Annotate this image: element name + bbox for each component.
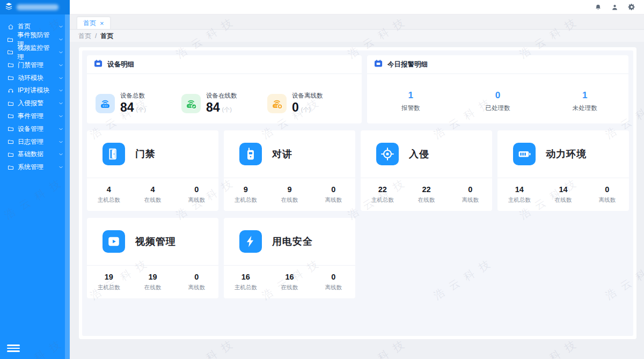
module-stat-label: 在线数	[131, 196, 175, 204]
sidebar-item-6[interactable]: IP对讲模块	[0, 84, 70, 97]
sidebar-item-11[interactable]: 基础数据	[0, 148, 70, 161]
sidebar-menu: 首页事件预防管理视频监控管理门禁管理动环模块IP对讲模块入侵报警事件管理设备管理…	[0, 14, 70, 174]
tab-home[interactable]: 首页 ×	[77, 17, 111, 29]
module-title: 入侵	[409, 148, 429, 160]
module-stat-value: 0	[174, 185, 218, 194]
module-stat: 16主机总数	[224, 273, 268, 291]
module-stat: 19主机总数	[87, 273, 131, 291]
tab-label: 首页	[83, 19, 96, 28]
module-stat: 14主机总数	[497, 185, 541, 204]
module-stats: 16主机总数16在线数0离线数	[224, 266, 355, 291]
alarm-stats: 1报警数0已处理数1未处理数	[367, 74, 628, 112]
module-stat-label: 主机总数	[87, 196, 131, 204]
breadcrumb-separator: /	[95, 32, 97, 40]
module-stat-value: 14	[541, 185, 586, 194]
sidebar-item-10[interactable]: 日志管理	[0, 135, 70, 148]
chevron-down-icon	[58, 152, 63, 157]
folder-icon	[7, 75, 14, 81]
chevron-down-icon	[58, 101, 63, 106]
module-card-header: 对讲	[224, 130, 355, 178]
module-stat: 19在线数	[131, 273, 175, 291]
device-stat-text: 设备在线数84(个)	[206, 92, 237, 115]
target-icon	[376, 143, 399, 165]
main-content: 设备明细 设备总数84(个)设备在线数84(个)设备离线数0(个) 今日报警明细…	[70, 42, 644, 359]
sidebar-item-3[interactable]: 视频监控管理	[0, 46, 70, 59]
module-stat-label: 在线数	[131, 284, 175, 291]
module-stats: 14主机总数14在线数0离线数	[497, 178, 629, 204]
module-stats: 22主机总数22在线数0离线数	[361, 178, 492, 204]
breadcrumb: 首页 / 首页	[70, 30, 644, 42]
module-stat-value: 0	[311, 273, 355, 281]
breadcrumb-item[interactable]: 首页	[78, 32, 91, 41]
folder-icon	[7, 151, 14, 158]
sidebar-item-4[interactable]: 门禁管理	[0, 58, 70, 71]
sidebar-collapse-button[interactable]	[7, 345, 20, 354]
module-stat-label: 离线数	[448, 196, 492, 204]
module-stat: 0离线数	[174, 185, 218, 204]
module-card[interactable]: 视频管理19主机总数19在线数0离线数	[87, 218, 218, 298]
lightning-icon	[239, 230, 262, 253]
folder-icon	[7, 113, 14, 119]
sidebar-item-12[interactable]: 系统管理	[0, 161, 70, 174]
module-stat-label: 在线数	[405, 196, 449, 204]
module-card-header: 用电安全	[224, 218, 355, 266]
alarm-stat-value: 1	[541, 90, 628, 101]
module-card[interactable]: 门禁4主机总数4在线数0离线数	[87, 130, 218, 211]
sidebar-item-5[interactable]: 动环模块	[0, 71, 70, 84]
sidebar-item-7[interactable]: 入侵报警	[0, 97, 70, 110]
module-card[interactable]: 用电安全16主机总数16在线数0离线数	[224, 218, 355, 298]
sidebar-item-label: 事件管理	[18, 112, 43, 121]
card-header: 设备明细	[87, 55, 362, 74]
gear-icon[interactable]	[628, 3, 635, 11]
sidebar-item-8[interactable]: 事件管理	[0, 110, 70, 123]
module-stat-value: 9	[224, 185, 268, 194]
chevron-down-icon	[58, 127, 63, 131]
sidebar-item-9[interactable]: 设备管理	[0, 122, 70, 135]
module-stat-value: 0	[585, 185, 629, 194]
alarm-stat: 1未处理数	[541, 90, 628, 112]
chevron-down-icon	[58, 165, 63, 170]
module-card[interactable]: 对讲9主机总数9在线数0离线数	[224, 130, 355, 211]
module-stat: 0离线数	[585, 185, 629, 204]
module-stats: 4主机总数4在线数0离线数	[87, 178, 218, 204]
sidebar-item-label: 门禁管理	[18, 61, 43, 70]
alarm-summary-card: 今日报警明细 1报警数0已处理数1未处理数	[367, 55, 628, 123]
module-title: 视频管理	[135, 235, 176, 248]
module-stat: 0离线数	[174, 273, 218, 291]
device-stat-value: 84	[206, 100, 220, 115]
card-title: 今日报警明细	[387, 60, 428, 69]
device-stat-unit: (个)	[136, 106, 146, 114]
module-stat: 9主机总数	[224, 185, 268, 204]
module-stat-value: 22	[361, 185, 405, 194]
sidebar: 首页事件预防管理视频监控管理门禁管理动环模块IP对讲模块入侵报警事件管理设备管理…	[0, 0, 70, 359]
user-icon[interactable]	[611, 4, 618, 11]
module-card-header: 门禁	[87, 130, 218, 178]
folder-icon	[7, 100, 14, 107]
module-stat-label: 在线数	[268, 196, 312, 204]
logo	[0, 0, 70, 14]
device-summary-card: 设备明细 设备总数84(个)设备在线数84(个)设备离线数0(个)	[87, 55, 362, 123]
chevron-down-icon	[58, 114, 63, 119]
device-stat-label: 设备在线数	[206, 92, 237, 100]
video-icon	[103, 230, 125, 253]
module-stat-value: 22	[405, 185, 449, 194]
tab-close-icon[interactable]: ×	[100, 20, 104, 27]
module-stat-value: 0	[174, 273, 218, 281]
module-card[interactable]: 入侵22主机总数22在线数0离线数	[361, 130, 492, 211]
module-stat-value: 19	[131, 273, 175, 281]
module-stats: 9主机总数9在线数0离线数	[224, 178, 355, 204]
sidebar-item-label: IP对讲模块	[18, 86, 49, 95]
alarm-stat-value: 1	[367, 90, 454, 101]
battery-icon	[513, 143, 536, 165]
module-row: 视频管理19主机总数19在线数0离线数用电安全16主机总数16在线数0离线数	[87, 218, 628, 298]
bell-icon[interactable]	[595, 4, 602, 11]
device-stat-valrow: 84(个)	[206, 100, 237, 115]
device-stat-value: 84	[120, 100, 134, 115]
folder-icon	[7, 36, 14, 43]
breadcrumb-item-current: 首页	[100, 32, 113, 41]
walkie-talkie-icon	[239, 143, 262, 165]
module-stat-label: 主机总数	[224, 284, 268, 291]
folder-icon	[7, 49, 14, 55]
module-card-header: 视频管理	[87, 218, 218, 266]
module-card[interactable]: 动力环境14主机总数14在线数0离线数	[497, 130, 629, 211]
